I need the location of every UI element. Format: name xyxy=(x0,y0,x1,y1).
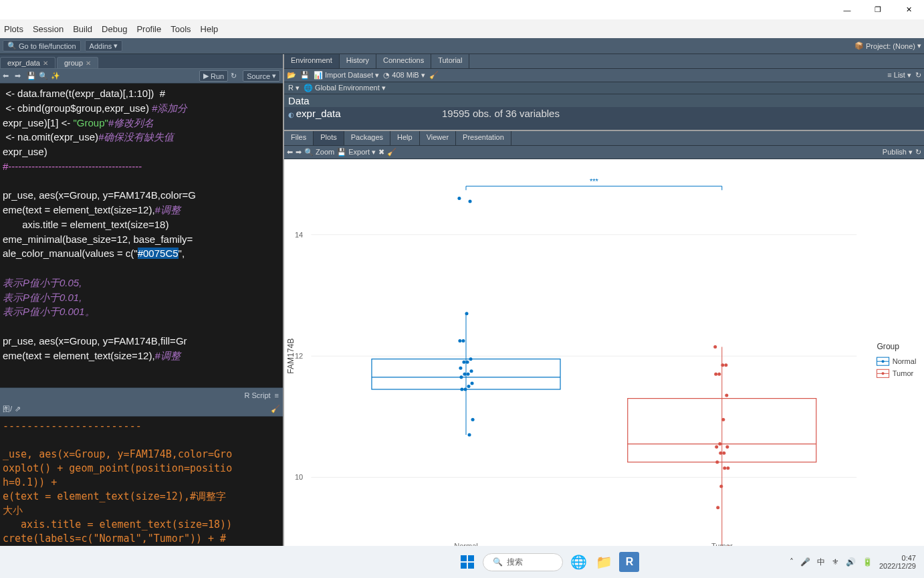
menu-tools[interactable]: Tools xyxy=(170,24,191,34)
tab-tutorial[interactable]: Tutorial xyxy=(431,54,469,68)
r-lang-selector[interactable]: R ▾ xyxy=(288,84,300,92)
menu-debug[interactable]: Debug xyxy=(102,24,127,34)
menu-help[interactable]: Help xyxy=(201,24,219,34)
explorer-icon[interactable]: 📁 xyxy=(594,552,614,572)
svg-point-37 xyxy=(721,418,725,421)
env-scope[interactable]: 🌐 Global Environment ▾ xyxy=(304,84,386,92)
publish-button[interactable]: Publish ▾ xyxy=(883,148,913,157)
tray-battery-icon[interactable]: 🔋 xyxy=(862,557,873,567)
save-icon[interactable]: 💾 xyxy=(27,72,36,81)
tab-help[interactable]: Help xyxy=(390,131,420,145)
tab-viewer[interactable]: Viewer xyxy=(420,131,456,145)
editor-tab-expr-data[interactable]: expr_data✕ xyxy=(0,57,55,68)
goto-file-function[interactable]: 🔍 Go to file/function xyxy=(3,40,81,52)
rstudio-icon[interactable]: R xyxy=(619,552,639,572)
svg-point-22 xyxy=(466,373,469,376)
svg-point-19 xyxy=(462,361,465,364)
console-toolbar: 图/ ⇗ 🧹 xyxy=(0,402,283,417)
window-maximize[interactable]: ❐ xyxy=(862,0,893,19)
refresh-plot-icon[interactable]: ↻ xyxy=(915,148,921,157)
zoom-button[interactable]: 🔍 Zoom xyxy=(304,148,334,157)
app-menubar: Plots Session Build Debug Profile Tools … xyxy=(0,19,924,38)
view-mode[interactable]: ≡ List ▾ xyxy=(887,71,911,80)
editor-tabs: expr_data✕ group✕ xyxy=(0,54,283,69)
start-button[interactable] xyxy=(457,552,477,572)
svg-point-30 xyxy=(468,433,471,436)
window-close[interactable]: ✕ xyxy=(893,0,924,19)
memory-usage[interactable]: ◔ 408 MiB ▾ xyxy=(383,71,425,80)
window-minimize[interactable]: — xyxy=(832,0,862,19)
tab-packages[interactable]: Packages xyxy=(344,131,390,145)
find-icon[interactable]: 🔍 xyxy=(39,72,48,81)
tray-ime[interactable]: 中 xyxy=(817,557,825,568)
chrome-icon[interactable]: 🌐 xyxy=(568,552,588,572)
window-titlebar: — ❐ ✕ xyxy=(0,0,924,19)
svg-point-44 xyxy=(726,466,729,470)
svg-text:14: 14 xyxy=(295,231,303,239)
menu-build[interactable]: Build xyxy=(73,24,92,34)
tab-presentation[interactable]: Presentation xyxy=(456,131,511,145)
menu-profile[interactable]: Profile xyxy=(136,24,161,34)
svg-point-40 xyxy=(725,446,729,449)
project-selector[interactable]: 📦 Project: (None) ▾ xyxy=(854,41,921,50)
clear-plots-icon[interactable]: 🧹 xyxy=(387,148,396,157)
prev-plot-icon[interactable]: ⬅ xyxy=(287,148,293,157)
env-row-expr-data[interactable]: expr_data 19595 obs. of 36 variables xyxy=(284,107,924,120)
close-icon[interactable]: ✕ xyxy=(43,60,48,67)
tray-mic-icon[interactable]: 🎤 xyxy=(800,557,810,567)
editor-tab-group[interactable]: group✕ xyxy=(57,57,98,68)
svg-point-47 xyxy=(716,506,719,509)
svg-text:Normal: Normal xyxy=(893,357,917,365)
windows-taskbar: 🔍 搜索 🌐 📁 R ˄ 🎤 中 ⚜ 🔊 🔋 0:47 2022/12/29 xyxy=(0,546,924,578)
tray-wifi-icon[interactable]: ⚜ xyxy=(832,557,839,567)
svg-text:10: 10 xyxy=(295,473,303,481)
code-editor[interactable]: <- data.frame(t(expr_data)[,1:10]) # <- … xyxy=(0,84,283,387)
wand-icon[interactable]: ✨ xyxy=(51,72,60,81)
remove-plot-icon[interactable]: ✖ xyxy=(378,148,384,157)
close-icon[interactable]: ✕ xyxy=(86,60,91,67)
svg-point-39 xyxy=(715,446,718,449)
next-plot-icon[interactable]: ➡ xyxy=(296,148,302,157)
editor-status: R Script ≡ xyxy=(0,387,283,402)
tray-chevron-icon[interactable]: ˄ xyxy=(790,557,794,567)
menu-plots[interactable]: Plots xyxy=(4,24,23,34)
save-icon[interactable]: 💾 xyxy=(300,71,310,80)
tab-plots[interactable]: Plots xyxy=(314,131,344,145)
svg-point-64 xyxy=(882,372,885,375)
editor-toolbar: ⬅ ➡ 💾 🔍 ✨ ▶ Run ↻ Source ▾ xyxy=(0,69,283,84)
svg-point-36 xyxy=(725,394,728,397)
taskbar-search[interactable]: 🔍 搜索 xyxy=(483,553,563,571)
menu-session[interactable]: Session xyxy=(33,24,64,34)
env-tabs: Environment History Connections Tutorial xyxy=(284,54,924,69)
broom-icon[interactable]: 🧹 xyxy=(271,405,280,413)
tab-history[interactable]: History xyxy=(340,54,376,68)
console-output[interactable]: ----------------------- _use, aes(x=Grou… xyxy=(0,417,283,566)
source-button[interactable]: Source ▾ xyxy=(243,70,280,82)
svg-point-25 xyxy=(471,381,474,385)
svg-text:FAM174B: FAM174B xyxy=(286,339,296,374)
svg-point-17 xyxy=(469,357,473,361)
env-scope-bar: R ▾ 🌐 Global Environment ▾ xyxy=(284,82,924,94)
broom-icon[interactable]: 🧹 xyxy=(429,71,439,80)
export-button[interactable]: 💾 Export ▾ xyxy=(337,148,376,157)
svg-text:12: 12 xyxy=(295,352,303,360)
svg-point-35 xyxy=(714,373,717,376)
tray-sound-icon[interactable]: 🔊 xyxy=(846,557,856,567)
import-dataset[interactable]: 📊 Import Dataset ▾ xyxy=(314,71,379,80)
tab-environment[interactable]: Environment xyxy=(284,54,340,68)
addins-dropdown[interactable]: Addins ▾ xyxy=(85,40,123,52)
tab-connections[interactable]: Connections xyxy=(376,54,431,68)
rerun-icon[interactable]: ↻ xyxy=(231,72,240,81)
load-icon[interactable]: 📂 xyxy=(287,71,296,80)
tray-clock[interactable]: 0:47 2022/12/29 xyxy=(879,554,916,570)
back-icon[interactable]: ⬅ xyxy=(3,72,12,81)
svg-point-20 xyxy=(459,367,462,370)
app-toolbar: 🔍 Go to file/function Addins ▾ 📦 Project… xyxy=(0,38,924,54)
svg-point-12 xyxy=(457,197,461,200)
forward-icon[interactable]: ➡ xyxy=(15,72,24,81)
tab-files[interactable]: Files xyxy=(284,131,314,145)
run-button[interactable]: ▶ Run xyxy=(199,70,228,82)
svg-point-46 xyxy=(719,485,723,488)
plot-tabs: Files Plots Packages Help Viewer Present… xyxy=(284,131,924,146)
refresh-icon[interactable]: ↻ xyxy=(915,71,921,80)
